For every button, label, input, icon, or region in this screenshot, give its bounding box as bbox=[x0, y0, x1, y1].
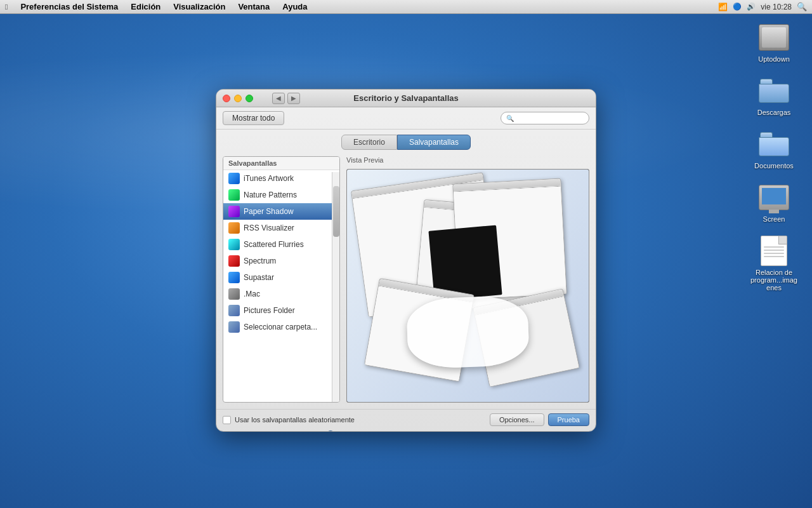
ss-label-mac: .Mac bbox=[244, 290, 260, 298]
ss-icon-paper bbox=[228, 206, 240, 217]
ss-item-pictures[interactable]: Pictures Folder bbox=[223, 302, 339, 319]
menubar-item-view[interactable]: Visualización bbox=[168, 2, 230, 11]
ss-item-mac[interactable]: .Mac bbox=[223, 286, 339, 302]
doc-relacion-icon bbox=[761, 236, 787, 266]
close-button[interactable] bbox=[223, 95, 230, 102]
tabs-container: Escritorio Salvapantallas bbox=[216, 130, 596, 150]
folder-documentos-img bbox=[759, 129, 789, 159]
window-titlebar: ◀ ▶ Escritorio y Salvapantallas bbox=[216, 90, 596, 107]
desktop-icon-documentos[interactable]: Documentos bbox=[749, 129, 799, 170]
menubar-item-edit[interactable]: Edición bbox=[126, 2, 166, 11]
ss-label-scattered: Scattered Flurries bbox=[244, 240, 304, 249]
desktop-icon-uptodown-label: Uptodown bbox=[758, 55, 790, 63]
menubar-item-window[interactable]: Ventana bbox=[233, 2, 275, 11]
ss-item-scattered[interactable]: Scattered Flurries bbox=[223, 236, 339, 253]
desktop-icon-relacion-label: Relacion de program...imagenes bbox=[749, 269, 799, 291]
monitor-icon-img bbox=[759, 182, 789, 213]
window-toolbar: Mostrar todo 🔍 bbox=[216, 107, 596, 130]
desktop-icon-screen[interactable]: Screen bbox=[749, 182, 799, 223]
preview-box bbox=[346, 169, 589, 403]
ss-label-itunes: iTunes Artwork bbox=[244, 174, 294, 183]
main-window: ◀ ▶ Escritorio y Salvapantallas Mostrar … bbox=[216, 89, 596, 432]
ss-item-supastar[interactable]: Supastar bbox=[223, 269, 339, 286]
preview-paper-shape bbox=[406, 295, 529, 369]
menubar-items: Preferencias del Sistema Edición Visuali… bbox=[15, 2, 312, 11]
opciones-button[interactable]: Opciones... bbox=[490, 413, 544, 426]
desktop-icon-relacion[interactable]: Relacion de program...imagenes bbox=[749, 236, 799, 291]
use-random-buttons: Opciones... Prueba bbox=[490, 413, 589, 426]
ss-item-select-folder[interactable]: Seleccionar carpeta... bbox=[223, 319, 339, 335]
ss-label-paper: Paper Shadow bbox=[244, 207, 294, 216]
menubar-volume-icon: 🔊 bbox=[747, 3, 756, 11]
folder-icon-img bbox=[759, 76, 789, 106]
minimize-button[interactable] bbox=[234, 95, 242, 102]
menubar-wifi-icon: 📶 bbox=[718, 3, 728, 11]
hd-icon-img bbox=[759, 22, 789, 53]
ss-item-rss[interactable]: RSS Visualizer bbox=[223, 220, 339, 236]
menubar:  Preferencias del Sistema Edición Visua… bbox=[0, 0, 812, 14]
ss-label-pictures: Pictures Folder bbox=[244, 306, 295, 315]
ss-label-supastar: Supastar bbox=[244, 273, 274, 282]
monitor-display-icon bbox=[759, 185, 789, 210]
search-bar[interactable]: 🔍 bbox=[501, 112, 589, 124]
folder-descargas-icon bbox=[759, 79, 789, 103]
maximize-button[interactable] bbox=[246, 95, 253, 102]
ss-label-rss: RSS Visualizer bbox=[244, 224, 294, 232]
desktop-icons: Uptodown Descargas Documentos Sc bbox=[749, 22, 799, 291]
nav-back-button[interactable]: ◀ bbox=[272, 93, 285, 104]
ss-label-select-folder: Seleccionar carpeta... bbox=[244, 323, 317, 331]
apple-menu-icon[interactable]:  bbox=[5, 3, 8, 11]
menubar-item-help[interactable]: Ayuda bbox=[277, 2, 312, 11]
mostrar-todo-button[interactable]: Mostrar todo bbox=[223, 111, 284, 125]
desktop-icon-descargas-label: Descargas bbox=[757, 109, 791, 116]
menubar-item-app[interactable]: Preferencias del Sistema bbox=[15, 2, 123, 11]
use-random-checkbox[interactable] bbox=[223, 416, 231, 424]
content-area: Salvapantallas iTunes Artwork Nature Pat… bbox=[216, 150, 596, 409]
preview-content bbox=[347, 170, 589, 402]
screensavers-panel: Salvapantallas iTunes Artwork Nature Pat… bbox=[223, 156, 340, 403]
ss-icon-pictures bbox=[228, 305, 240, 316]
menubar-clock: vie 10:28 bbox=[761, 3, 792, 11]
nav-forward-button[interactable]: ▶ bbox=[287, 93, 300, 104]
ss-item-paper[interactable]: Paper Shadow bbox=[223, 203, 339, 220]
desktop-icon-descargas[interactable]: Descargas bbox=[749, 76, 799, 116]
menubar-right: 📶 🔵 🔊 vie 10:28 🔍 bbox=[718, 2, 807, 11]
window-controls bbox=[223, 95, 253, 102]
iniciar-label: Iniciar salvapantallas: bbox=[223, 431, 289, 432]
window-nav: ◀ ▶ bbox=[272, 93, 300, 104]
hd-drive-icon bbox=[759, 24, 789, 51]
search-icon: 🔍 bbox=[506, 115, 514, 122]
preview-label: Vista Previa bbox=[346, 156, 589, 164]
prueba-button[interactable]: Prueba bbox=[548, 413, 589, 426]
ss-icon-spectrum bbox=[228, 255, 240, 267]
ss-icon-scattered bbox=[228, 239, 240, 250]
ss-label-nature: Nature Patterns bbox=[244, 190, 297, 199]
preview-panel: Vista Previa bbox=[346, 156, 589, 403]
scrollbar-track[interactable] bbox=[332, 172, 339, 402]
ss-icon-select-folder bbox=[228, 321, 240, 333]
ss-label-spectrum: Spectrum bbox=[244, 257, 276, 265]
scrollbar-thumb[interactable] bbox=[333, 186, 339, 237]
ss-icon-rss bbox=[228, 222, 240, 234]
tab-escritorio[interactable]: Escritorio bbox=[341, 135, 397, 150]
ss-icon-mac bbox=[228, 288, 240, 300]
desktop-icon-uptodown[interactable]: Uptodown bbox=[749, 22, 799, 63]
menubar-search-icon[interactable]: 🔍 bbox=[797, 2, 807, 11]
ss-icon-supastar bbox=[228, 272, 240, 283]
iniciar-row: Iniciar salvapantallas: bbox=[223, 431, 589, 432]
desktop-icon-screen-label: Screen bbox=[763, 215, 785, 223]
ss-item-nature[interactable]: Nature Patterns bbox=[223, 187, 339, 203]
desktop-icon-documentos-label: Documentos bbox=[754, 162, 794, 170]
tab-salvapantallas[interactable]: Salvapantallas bbox=[397, 135, 471, 150]
folder-documentos-icon bbox=[759, 132, 789, 156]
bottom-controls: Usar los salvapantallas aleatoriamente O… bbox=[216, 409, 596, 432]
ss-item-spectrum[interactable]: Spectrum bbox=[223, 253, 339, 269]
doc-icon-img bbox=[759, 236, 789, 266]
screensavers-list[interactable]: iTunes Artwork Nature Patterns Paper Sha… bbox=[223, 170, 339, 400]
slider-thumb[interactable] bbox=[326, 431, 335, 432]
use-random-label: Usar los salvapantallas aleatoriamente bbox=[235, 416, 355, 424]
ss-icon-nature bbox=[228, 189, 240, 201]
ss-item-itunes[interactable]: iTunes Artwork bbox=[223, 170, 339, 187]
screensavers-title: Salvapantallas bbox=[223, 157, 339, 170]
menubar-bluetooth-icon: 🔵 bbox=[733, 3, 742, 11]
